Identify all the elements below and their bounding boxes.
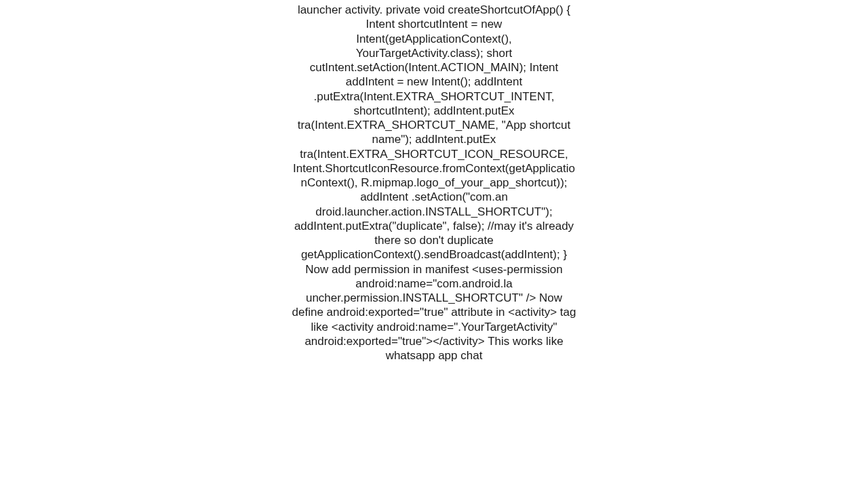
content-container: launcher activity. private void createSh…	[292, 0, 576, 363]
code-text-block: launcher activity. private void createSh…	[292, 3, 576, 363]
